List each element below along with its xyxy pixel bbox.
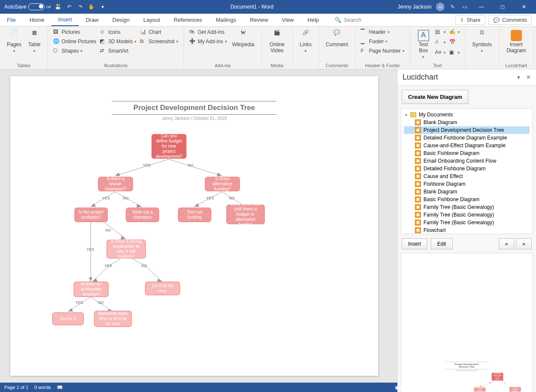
spellcheck-icon[interactable]: 📖: [57, 385, 63, 390]
save-icon[interactable]: 💾: [54, 3, 62, 11]
tree-item[interactable]: Family Tree (Basic Genealogy): [404, 203, 530, 211]
smartart-button[interactable]: ⇄SmartArt: [99, 47, 137, 55]
panel-insert-button[interactable]: Insert: [402, 238, 427, 249]
tree-item[interactable]: Basic Fishbone Diagram: [404, 196, 530, 203]
footer-button[interactable]: ▁Footer▾: [360, 38, 406, 45]
view-print-icon[interactable]: [431, 383, 441, 391]
tree-item[interactable]: Family Tree (Basic Genealogy): [404, 211, 530, 219]
edge-no-3: NO: [229, 196, 235, 200]
tab-review[interactable]: Review: [243, 14, 275, 26]
tree-item[interactable]: Fishbone Diagram: [404, 180, 530, 188]
ribbon-display-icon[interactable]: ▭: [461, 3, 468, 11]
panel-edit-button[interactable]: Edit: [431, 238, 453, 249]
tab-help[interactable]: Help: [301, 14, 326, 26]
touch-icon[interactable]: ✋: [88, 3, 95, 11]
tab-mailings[interactable]: Mailings: [209, 14, 243, 26]
diagram-file-icon: [415, 173, 421, 179]
tree-item[interactable]: Blank Diagram: [404, 188, 530, 196]
dropcap-button[interactable]: A≡▾: [434, 49, 447, 56]
links-button[interactable]: 🔗Links▾: [297, 28, 314, 55]
my-addins-label: My Add-ins: [198, 39, 223, 45]
customize-qat-icon[interactable]: ▾: [99, 3, 107, 11]
undo-icon[interactable]: ↶: [65, 3, 73, 11]
screenshot-button[interactable]: ⧉Screenshot▾: [139, 38, 179, 45]
get-addins-button[interactable]: 🛍Get Add-ins: [188, 28, 228, 36]
tab-insert[interactable]: Insert: [51, 14, 79, 26]
tree-item[interactable]: Project Development Decision Tree: [404, 126, 530, 134]
tree-item[interactable]: Cause and Effect: [404, 172, 530, 180]
online-pictures-button[interactable]: 🌐Online Pictures: [52, 38, 97, 45]
zoom-slider[interactable]: [465, 387, 508, 388]
tab-layout[interactable]: Layout: [136, 14, 167, 26]
shapes-button[interactable]: ⬡Shapes▾: [52, 47, 97, 55]
diagram-file-icon: [415, 158, 421, 164]
chart-button[interactable]: 📊Chart: [139, 28, 179, 36]
tree-item[interactable]: Family Tree (Basic Genealogy): [404, 219, 530, 226]
footer-icon: ▁: [361, 38, 367, 45]
page-number-button[interactable]: #Page Number▾: [360, 47, 406, 55]
tree-item[interactable]: Flowchart: [404, 226, 530, 234]
diagram-tree[interactable]: ▸ My DocumentsBlank DiagramProject Devel…: [401, 108, 533, 234]
tree-item[interactable]: Email Onboarding Content Flow: [404, 157, 530, 165]
pager-prev-button[interactable]: «: [499, 238, 515, 249]
zoom-level[interactable]: 120%: [520, 385, 532, 390]
tab-home[interactable]: Home: [23, 14, 51, 26]
view-read-icon[interactable]: [418, 383, 427, 391]
tab-draw[interactable]: Draw: [79, 14, 105, 26]
wikipedia-button[interactable]: WWikipedia: [230, 28, 257, 50]
tree-item[interactable]: Detailed Fishbone Diagram: [404, 165, 530, 172]
share-button[interactable]: ⇪Share: [455, 15, 485, 25]
paintbrush-icon[interactable]: ✎: [449, 3, 456, 11]
redo-icon[interactable]: ↷: [77, 3, 84, 11]
status-words[interactable]: 0 words: [34, 385, 51, 390]
table-button[interactable]: ▦Table▾: [26, 28, 43, 55]
create-new-diagram-button[interactable]: Create New Diagram: [402, 90, 468, 104]
share-label: Share: [467, 17, 480, 23]
status-page[interactable]: Page 1 of 1: [4, 385, 28, 390]
close-button[interactable]: ✕: [515, 0, 533, 14]
textbox-button[interactable]: AText Box▾: [415, 28, 432, 61]
my-addins-button[interactable]: ➕My Add-ins▾: [188, 38, 228, 45]
tree-item[interactable]: Blank Diagram: [404, 119, 530, 126]
user-avatar-icon[interactable]: JJ: [436, 3, 444, 11]
tree-folder-my-documents[interactable]: ▸ My Documents: [404, 111, 530, 119]
comments-button[interactable]: 💬Comments: [489, 15, 532, 25]
tab-design[interactable]: Design: [106, 14, 136, 26]
pager-next-button[interactable]: »: [516, 238, 532, 249]
wordart-button[interactable]: A▾: [434, 39, 447, 46]
tree-item[interactable]: Detailed Fishbone Diagram Example: [404, 134, 530, 142]
diagram-file-icon: [415, 204, 421, 210]
tree-item[interactable]: Cause-and-Effect Diagram Example: [404, 142, 530, 149]
file-tab[interactable]: File: [0, 17, 23, 23]
search-box[interactable]: 🔍 Search: [335, 17, 361, 23]
autosave-toggle[interactable]: AutoSave Off: [4, 3, 51, 10]
sigline-button[interactable]: ✍▾: [448, 28, 461, 36]
online-video-button[interactable]: 🎬Online Video: [266, 28, 288, 56]
toggle-off-icon[interactable]: [28, 3, 44, 10]
collapse-ribbon-icon[interactable]: ⌃: [534, 27, 536, 69]
tab-view[interactable]: View: [275, 14, 301, 26]
panel-close-icon[interactable]: ✕: [526, 74, 531, 80]
header-button[interactable]: ▔Header▾: [360, 28, 406, 36]
lucidchart-insert-button[interactable]: Insert Diagram: [503, 28, 529, 56]
comment-button[interactable]: 💬Comment: [323, 28, 351, 50]
pages-button[interactable]: 📄Pages▾: [4, 28, 24, 55]
icons-button[interactable]: ☺Icons: [99, 28, 137, 36]
tab-references[interactable]: References: [167, 14, 209, 26]
document-area[interactable]: Project Development Decision Tree Jenny …: [0, 69, 397, 383]
3dmodels-button[interactable]: ◩3D Models▾: [99, 38, 137, 45]
object-button[interactable]: ▣▾: [448, 49, 461, 56]
tree-item[interactable]: Basic Fishbone Diagram: [404, 149, 530, 157]
pictures-button[interactable]: 🖼Pictures: [52, 28, 97, 36]
minimize-button[interactable]: —: [473, 0, 490, 14]
3dmodels-label: 3D Models: [108, 39, 133, 45]
svg-marker-13: [89, 277, 92, 282]
svg-line-26: [480, 381, 488, 387]
panel-options-icon[interactable]: ▾: [517, 74, 520, 80]
datetime-button[interactable]: 📅: [448, 39, 461, 46]
quickparts-button[interactable]: ▤▾: [434, 28, 447, 36]
symbols-button[interactable]: ΩSymbols▾: [470, 28, 495, 55]
maximize-button[interactable]: ◻: [494, 0, 511, 14]
user-name[interactable]: Jenny Jackson: [398, 4, 432, 10]
focus-mode[interactable]: ▣ Focus: [395, 385, 413, 390]
